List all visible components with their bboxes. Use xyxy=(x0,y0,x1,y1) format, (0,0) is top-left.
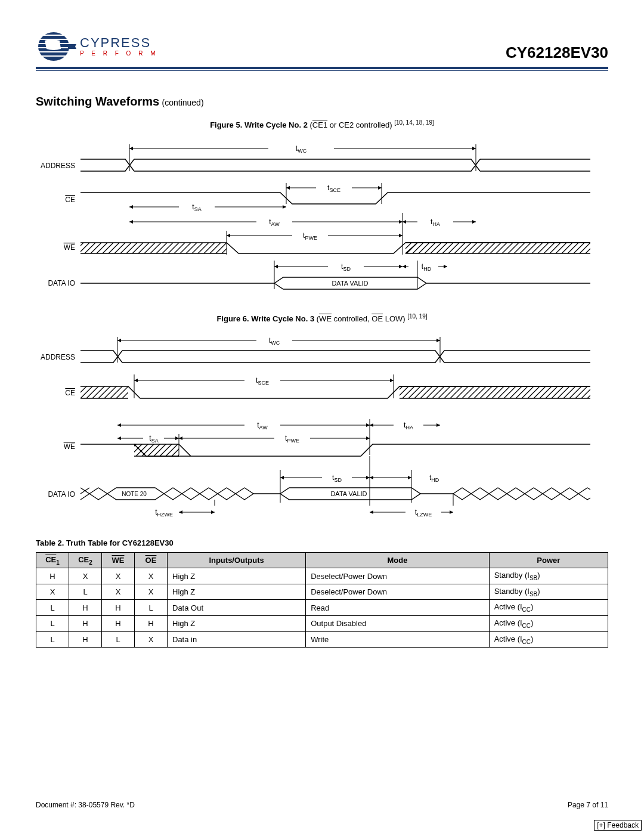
svg-text:tSA: tSA xyxy=(149,434,158,444)
svg-text:WE: WE xyxy=(64,442,75,451)
svg-rect-7 xyxy=(36,57,78,61)
th-oe: OE xyxy=(135,552,168,568)
truth-table: CE1 CE2 WE OE Inputs/Outputs Mode Power … xyxy=(36,552,608,648)
figure6-caption: Figure 6. Write Cycle No. 3 (WE controll… xyxy=(36,313,608,323)
header-rule-thick xyxy=(36,67,608,69)
logo-text-main: CYPRESS xyxy=(80,36,159,49)
svg-text:ADDRESS: ADDRESS xyxy=(41,162,75,170)
svg-text:tSA: tSA xyxy=(192,203,201,212)
svg-text:tLZWE: tLZWE xyxy=(415,508,432,518)
table-row: XLXXHigh ZDeselect/Power DownStandby (IS… xyxy=(36,584,608,600)
th-io: Inputs/Outputs xyxy=(168,552,306,568)
svg-text:ADDRESS: ADDRESS xyxy=(41,353,75,361)
page-header: CYPRESS P E R F O R M CY62128EV30 xyxy=(36,30,608,63)
svg-rect-56 xyxy=(80,386,128,398)
feedback-button[interactable]: [+] Feedback xyxy=(594,820,642,831)
logo-text-sub: P E R F O R M xyxy=(80,51,159,57)
svg-text:tPWE: tPWE xyxy=(303,231,317,241)
th-power: Power xyxy=(489,552,608,568)
logo: CYPRESS P E R F O R M xyxy=(36,30,159,63)
table-row: LHHLData OutReadActive (ICC) xyxy=(36,600,608,616)
svg-text:tWC: tWC xyxy=(269,336,280,346)
figure5-caption: Figure 5. Write Cycle No. 2 (CE1 or CE2 … xyxy=(36,119,608,129)
th-ce2: CE2 xyxy=(69,552,102,568)
svg-text:tHD: tHD xyxy=(429,473,439,483)
svg-text:tWC: tWC xyxy=(296,144,307,154)
globe-icon xyxy=(36,30,78,63)
svg-rect-57 xyxy=(400,386,590,398)
svg-text:DATA VALID: DATA VALID xyxy=(330,490,367,497)
part-number: CY62128EV30 xyxy=(506,44,608,63)
svg-rect-37 xyxy=(405,243,590,253)
svg-text:CE: CE xyxy=(65,389,75,397)
svg-rect-2 xyxy=(36,36,78,39)
doc-number: Document #: 38-05579 Rev. *D xyxy=(36,801,135,809)
svg-rect-6 xyxy=(36,52,78,55)
svg-text:tHA: tHA xyxy=(431,218,440,227)
svg-text:tSCE: tSCE xyxy=(256,376,269,386)
svg-rect-36 xyxy=(80,243,227,253)
svg-text:CE: CE xyxy=(65,196,75,204)
section-heading: Switching Waveforms (continued) xyxy=(36,95,608,109)
svg-text:tHA: tHA xyxy=(404,421,413,431)
svg-text:DATA VALID: DATA VALID xyxy=(332,280,368,287)
page-footer: Document #: 38-05579 Rev. *D Page 7 of 1… xyxy=(36,801,608,809)
svg-rect-1 xyxy=(36,30,78,35)
svg-text:tSD: tSD xyxy=(341,262,351,272)
svg-text:tHZWE: tHZWE xyxy=(155,508,173,518)
th-ce1: CE1 xyxy=(36,552,69,568)
svg-text:WE: WE xyxy=(64,243,75,252)
figure6-diagram: ADDRESS CE WE DATA IO tWC tSCE xyxy=(36,330,608,521)
svg-rect-77 xyxy=(134,444,179,456)
svg-text:tAW: tAW xyxy=(257,421,268,431)
svg-text:tPWE: tPWE xyxy=(285,434,299,444)
svg-text:tSD: tSD xyxy=(332,473,342,483)
svg-text:tSCE: tSCE xyxy=(327,184,340,193)
table2-title: Table 2. Truth Table for CY62128EV30 xyxy=(36,538,608,547)
svg-text:NOTE 20: NOTE 20 xyxy=(122,491,147,497)
figure5-diagram: ADDRESS CE WE DATA IO tWC tSCE tSA xyxy=(36,135,608,302)
svg-text:tHD: tHD xyxy=(422,262,432,272)
th-we: WE xyxy=(102,552,135,568)
table-row: LHHHHigh ZOutput DisabledActive (ICC) xyxy=(36,616,608,632)
svg-text:tAW: tAW xyxy=(269,218,280,227)
svg-text:DATA  IO: DATA IO xyxy=(48,279,75,287)
svg-text:DATA  IO: DATA IO xyxy=(48,490,75,498)
header-rule-thin xyxy=(36,70,608,71)
th-mode: Mode xyxy=(306,552,489,568)
page-number: Page 7 of 11 xyxy=(568,801,608,809)
table-row: HXXXHigh ZDeselect/Power DownStandby (IS… xyxy=(36,568,608,584)
table-row: LHLXData inWriteActive (ICC) xyxy=(36,631,608,648)
